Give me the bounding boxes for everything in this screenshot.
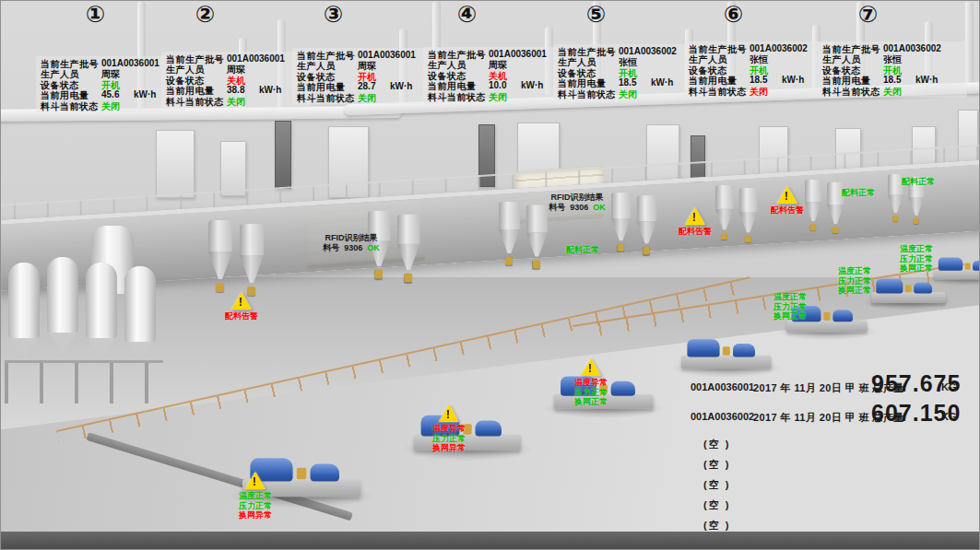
silo bbox=[124, 266, 156, 342]
alarm-text: 换网异常 bbox=[239, 510, 272, 521]
power-value: 18.5 bbox=[619, 77, 636, 88]
equipment-tower bbox=[275, 121, 291, 189]
total-row-1: 001A0036001 2017 年 11月 20日 甲 班 总产量 957.6… bbox=[691, 372, 967, 402]
hopper-status-value: 关闭 bbox=[489, 91, 507, 104]
hopper-status-value: 关闭 bbox=[883, 86, 902, 99]
power-value: 10.0 bbox=[489, 80, 506, 90]
station-number-6: ⑥ bbox=[724, 1, 743, 28]
rfid-detail: 料号 9306 OK bbox=[323, 243, 380, 253]
rfid-title: RFID识别结果 bbox=[549, 193, 606, 203]
station-number-1: ① bbox=[86, 1, 105, 28]
rfid-title: RFID识别结果 bbox=[323, 233, 380, 243]
empty-slot: (空 ) bbox=[703, 458, 967, 472]
station-panel-4: 当前生产批号001A0036001 生产人员周琛 设备状态关机 当前用电量10.… bbox=[423, 47, 573, 103]
bottom-edge-strip bbox=[1, 532, 980, 550]
rfid-field-label: 料号 bbox=[323, 243, 339, 252]
batch-value: 001A0036001 bbox=[101, 58, 159, 68]
status-text: 换网正常 bbox=[773, 311, 807, 322]
batch-value: 001A0036002 bbox=[883, 43, 941, 53]
station-panel-3: 当前生产批号001A0036001 生产人员周琛 设备状态开机 当前用电量28.… bbox=[292, 48, 442, 104]
empty-slot: (空 ) bbox=[703, 438, 967, 451]
power-unit: kW·h bbox=[521, 80, 543, 90]
power-value: 18.5 bbox=[883, 75, 901, 85]
alarm-label-extruder-2: 温度异常 压力正常 换网异常 bbox=[432, 404, 466, 453]
alarm-label-batching-3: 配料告警 bbox=[771, 186, 804, 216]
total-unit: KG bbox=[941, 381, 957, 392]
status-text: 压力正常 bbox=[838, 276, 871, 287]
hopper-status-value: 关闭 bbox=[101, 100, 120, 113]
alarm-text: 压力正常 bbox=[432, 434, 466, 444]
status-text: 压力正常 bbox=[900, 254, 933, 264]
power-unit: kW·h bbox=[915, 75, 938, 85]
power-value: 38.8 bbox=[227, 85, 244, 95]
batch-value: 001A0036001 bbox=[358, 50, 416, 60]
alarm-text: 压力正常 bbox=[574, 388, 608, 398]
station-number-7: ⑦ bbox=[858, 1, 878, 28]
warning-triangle-icon bbox=[581, 358, 601, 376]
alarm-text: 配料告警 bbox=[771, 205, 804, 216]
silo bbox=[86, 263, 117, 338]
status-text: 配料正常 bbox=[842, 188, 875, 198]
field-label: 料斗当前状态 bbox=[822, 86, 880, 99]
batch-value: 001A0036002 bbox=[750, 43, 808, 53]
rfid-field-label: 料号 bbox=[549, 203, 565, 212]
status-label-batching-ok: 配料正常 bbox=[902, 177, 935, 187]
status-text: 温度正常 bbox=[838, 266, 871, 276]
alarm-text: 压力正常 bbox=[239, 501, 272, 511]
power-unit: kW·h bbox=[259, 85, 281, 95]
total-batch: 001A0036001 bbox=[691, 381, 754, 392]
silo-cone bbox=[10, 338, 38, 360]
status-label-extruder-ok: 温度正常 压力正常 换网正常 bbox=[773, 292, 807, 322]
field-label: 料斗当前状态 bbox=[166, 96, 224, 109]
total-batch: 001A0036002 bbox=[691, 411, 754, 422]
alarm-text: 配料告警 bbox=[679, 227, 712, 237]
alarm-text: 换网异常 bbox=[432, 443, 466, 453]
rfid-result-label-1: RFID识别结果 料号 9306 OK bbox=[323, 233, 380, 253]
total-unit: KG bbox=[941, 411, 957, 422]
station-number-3: ③ bbox=[324, 1, 343, 28]
silo bbox=[47, 257, 78, 333]
warning-triangle-icon bbox=[231, 292, 252, 310]
batch-value: 001A0036001 bbox=[227, 53, 285, 64]
field-label: 料斗当前状态 bbox=[428, 91, 486, 104]
power-value: 28.7 bbox=[358, 81, 375, 91]
warning-triangle-icon bbox=[777, 186, 797, 204]
alarm-text: 温度异常 bbox=[574, 378, 608, 388]
station-panel-5: 当前生产批号001A0036002 生产人员张恒 设备状态开机 当前用电量18.… bbox=[553, 44, 703, 100]
station-number-5: ⑤ bbox=[586, 1, 606, 28]
rfid-result-label-2: RFID识别结果 料号 9306 OK bbox=[549, 193, 606, 213]
field-label: 料斗当前状态 bbox=[41, 100, 99, 113]
status-label-batching-ok: 配料正常 bbox=[566, 245, 599, 255]
station-number-2: ② bbox=[195, 1, 215, 28]
power-unit: kW·h bbox=[390, 81, 412, 91]
station-panel-6: 当前生产批号001A0036002 生产人员张恒 设备状态开机 当前用电量18.… bbox=[684, 41, 833, 98]
alarm-label-batching-1: 配料告警 bbox=[225, 292, 258, 322]
control-cabinet bbox=[156, 130, 195, 198]
hopper-status-value: 关闭 bbox=[750, 86, 768, 99]
batch-value: 001A0036002 bbox=[619, 46, 677, 56]
empty-slot: (空 ) bbox=[703, 498, 967, 512]
rfid-detail: 料号 9306 OK bbox=[549, 203, 606, 213]
status-text: 压力正常 bbox=[773, 302, 807, 312]
field-label: 料斗当前状态 bbox=[689, 86, 747, 99]
rfid-result: OK bbox=[593, 203, 606, 212]
rfid-result: OK bbox=[367, 243, 380, 252]
hopper-status-value: 关闭 bbox=[358, 92, 376, 105]
hmi-plant-overview: ① ② ③ ④ ⑤ ⑥ ⑦ 当前生产批号001A0036001 生产人员周琛 设… bbox=[0, 0, 980, 550]
status-text: 温度正常 bbox=[773, 292, 807, 302]
status-label-extruder-ok: 温度正常 压力正常 换网正常 bbox=[900, 244, 933, 274]
station-panel-2: 当前生产批号001A0036001 生产人员周琛 设备状态关机 当前用电量38.… bbox=[161, 52, 311, 108]
warning-triangle-icon bbox=[685, 207, 705, 225]
alarm-text: 配料告警 bbox=[225, 311, 258, 322]
alarm-label-extruder-1: 温度正常 压力正常 换网异常 bbox=[239, 472, 272, 521]
alarm-text: 温度异常 bbox=[432, 424, 466, 434]
status-text: 配料正常 bbox=[566, 245, 599, 255]
power-unit: kW·h bbox=[134, 89, 156, 99]
status-text: 换网正常 bbox=[900, 263, 933, 274]
alarm-text: 换网正常 bbox=[574, 397, 608, 407]
status-text: 温度正常 bbox=[900, 244, 933, 254]
rfid-part-number: 9306 bbox=[344, 243, 362, 252]
empty-slot: (空 ) bbox=[703, 478, 967, 492]
empty-slot: (空 ) bbox=[703, 519, 967, 532]
alarm-label-extruder-3: 温度异常 压力正常 换网正常 bbox=[574, 358, 608, 407]
